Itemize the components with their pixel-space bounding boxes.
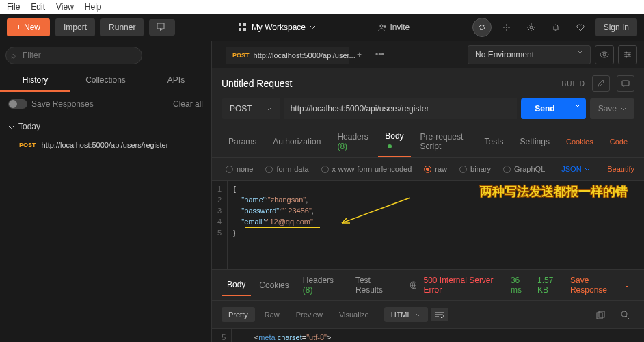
settings-icon[interactable] — [522, 18, 541, 37]
svg-point-8 — [600, 52, 608, 57]
radio-raw[interactable]: raw — [420, 163, 451, 174]
format-selector[interactable]: HTML — [384, 307, 428, 322]
menu-edit[interactable]: Edit — [27, 1, 49, 13]
radio-graphql[interactable]: GraphQL — [499, 163, 549, 174]
globe-icon[interactable] — [410, 281, 417, 289]
cookies-link[interactable]: Cookies — [559, 132, 600, 151]
chevron-down-icon — [8, 124, 14, 130]
menu-file[interactable]: File — [3, 1, 24, 13]
comment-icon[interactable] — [617, 75, 634, 92]
body-type-row: none form-data x-www-form-urlencoded raw… — [212, 158, 644, 181]
beautify-link[interactable]: Beautify — [607, 165, 634, 173]
view-preview[interactable]: Preview — [289, 307, 330, 322]
request-title[interactable]: Untitled Request — [222, 78, 293, 89]
code-link[interactable]: Code — [603, 132, 634, 151]
clear-all-link[interactable]: Clear all — [173, 99, 203, 109]
svg-rect-2 — [243, 23, 246, 26]
env-settings-icon[interactable] — [618, 45, 637, 64]
chevron-down-icon — [266, 107, 271, 111]
menu-view[interactable]: View — [52, 1, 78, 13]
response-view-row: Pretty Raw Preview Visualize HTML — [212, 301, 644, 329]
save-responses-toggle[interactable] — [8, 99, 27, 109]
svg-point-17 — [621, 311, 627, 317]
new-tab-button[interactable]: + — [351, 47, 367, 62]
resp-tab-tests[interactable]: Test Results — [350, 270, 401, 300]
resp-tab-headers[interactable]: Headers (8) — [297, 270, 347, 300]
svg-point-9 — [603, 53, 606, 56]
resp-tab-body[interactable]: Body — [222, 274, 251, 296]
svg-point-12 — [626, 56, 628, 58]
radio-xwww[interactable]: x-www-form-urlencoded — [317, 163, 416, 174]
capture-icon[interactable] — [497, 18, 516, 37]
tab-history[interactable]: History — [0, 70, 70, 92]
radio-none[interactable]: none — [222, 163, 257, 174]
tab-tests[interactable]: Tests — [478, 131, 511, 152]
resp-code-area[interactable]: <meta charset="utf-8"> <title>Error</tit… — [232, 329, 644, 342]
signin-button[interactable]: Sign In — [595, 18, 637, 36]
tab-body[interactable]: Body — [378, 126, 410, 157]
request-subtabs: Params Authorization Headers (8) Body Pr… — [212, 126, 644, 158]
view-pretty[interactable]: Pretty — [222, 307, 255, 322]
sidebar-tabs: History Collections APIs — [0, 70, 211, 92]
body-editor[interactable]: 12345 { "name":"zhangsan", "password":"1… — [212, 181, 644, 269]
top-bar: +New Import Runner My Workspace Invite S… — [0, 14, 644, 41]
search-response-icon[interactable] — [615, 305, 634, 324]
svg-point-11 — [628, 54, 630, 56]
tab-params[interactable]: Params — [222, 131, 263, 152]
tab-authorization[interactable]: Authorization — [266, 131, 327, 152]
resp-gutter: 5678910 — [212, 329, 232, 342]
tab-apis[interactable]: APIs — [141, 70, 211, 92]
svg-rect-15 — [597, 313, 602, 319]
tab-headers[interactable]: Headers (8) — [330, 127, 375, 157]
search-icon: ⌕ — [11, 51, 16, 60]
bell-icon[interactable] — [546, 18, 565, 37]
response-body[interactable]: 5678910 <meta charset="utf-8"> <title>Er… — [212, 329, 644, 342]
request-tab[interactable]: POST http://localhost:5000/api/user... — [226, 47, 349, 64]
method-selector[interactable]: POST — [222, 98, 280, 119]
svg-rect-16 — [599, 311, 604, 317]
open-new-dropdown[interactable] — [149, 19, 175, 36]
env-quicklook-icon[interactable] — [595, 45, 614, 64]
svg-point-7 — [530, 26, 533, 29]
view-raw[interactable]: Raw — [258, 307, 286, 322]
tab-url: http://localhost:5000/api/user... — [254, 51, 355, 60]
build-label[interactable]: BUILD — [562, 80, 585, 88]
radio-binary[interactable]: binary — [455, 163, 495, 174]
tab-collections[interactable]: Collections — [70, 70, 141, 92]
tab-prerequest[interactable]: Pre-request Script — [414, 127, 475, 157]
chevron-down-icon — [577, 50, 583, 54]
send-button[interactable]: Send — [521, 98, 568, 119]
new-button[interactable]: +New — [7, 18, 50, 36]
wrap-lines-icon[interactable] — [431, 308, 448, 321]
svg-rect-0 — [157, 23, 164, 29]
save-button[interactable]: Save — [590, 98, 634, 119]
url-input[interactable] — [284, 98, 518, 119]
history-today-header[interactable]: Today — [0, 116, 211, 137]
svg-point-5 — [380, 25, 383, 27]
resp-tab-cookies[interactable]: Cookies — [254, 275, 294, 295]
edit-icon[interactable] — [592, 75, 610, 92]
annotation-underline — [245, 227, 320, 228]
filter-input[interactable] — [5, 47, 142, 64]
environment-selector[interactable]: No Environment — [468, 45, 591, 64]
import-button[interactable]: Import — [55, 18, 95, 36]
raw-format-selector[interactable]: JSON — [561, 165, 589, 173]
tab-settings[interactable]: Settings — [513, 131, 556, 152]
radio-formdata[interactable]: form-data — [261, 163, 312, 174]
invite-button[interactable]: Invite — [378, 23, 410, 32]
heart-icon[interactable] — [571, 18, 590, 37]
sync-icon[interactable] — [472, 18, 492, 37]
chevron-down-icon — [310, 25, 316, 29]
copy-icon[interactable] — [591, 305, 610, 324]
tab-options-button[interactable]: ••• — [370, 47, 390, 62]
grid-icon — [238, 23, 247, 32]
menu-help[interactable]: Help — [81, 1, 106, 13]
workspace-selector[interactable]: My Workspace — [238, 23, 316, 32]
save-response-link[interactable]: Save Response — [570, 276, 629, 295]
send-dropdown[interactable] — [569, 98, 586, 119]
runner-button[interactable]: Runner — [100, 18, 144, 36]
history-item[interactable]: POST http://localhost:5000/api/users/reg… — [0, 137, 211, 153]
history-url: http://localhost:5000/api/users/register — [42, 141, 169, 149]
menu-bar: File Edit View Help — [0, 0, 644, 14]
view-visualize[interactable]: Visualize — [332, 307, 376, 322]
